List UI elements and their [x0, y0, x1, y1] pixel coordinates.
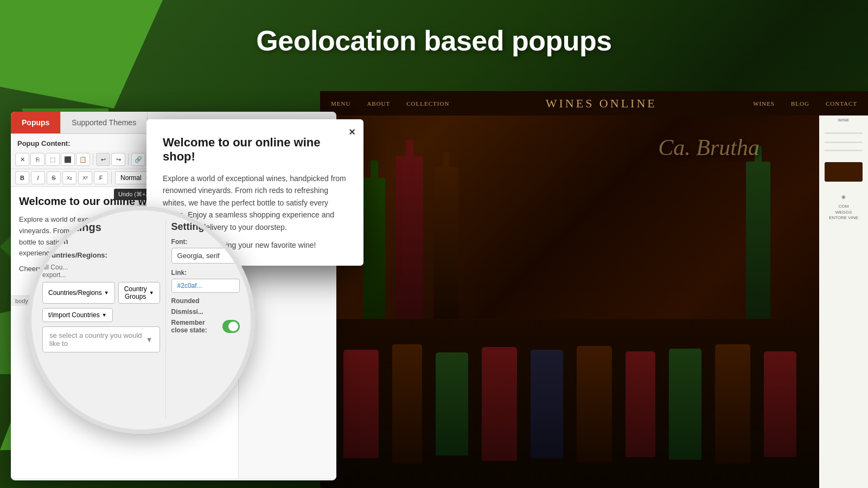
nav-collection[interactable]: COLLECTION: [406, 100, 449, 107]
sidebar-buy-btn[interactable]: [825, 162, 863, 182]
nav-about[interactable]: ABOUT: [367, 100, 390, 107]
mag-settings-title-2: Settings / S: [171, 221, 240, 233]
toolbar-italic[interactable]: I: [31, 171, 45, 184]
toolbar-copy[interactable]: ⎘: [30, 153, 44, 166]
mag-settings-title-1: on Settings: [42, 221, 160, 234]
font-label: Font:: [171, 238, 240, 246]
country-select-placeholder: se select a country you would like to: [49, 331, 146, 348]
popup-close-button[interactable]: ×: [349, 126, 355, 138]
wine-tagline: Ca. Brutha: [658, 134, 760, 160]
product-7[interactable]: [626, 351, 655, 457]
dismissi-label: Dismissi...: [171, 308, 240, 316]
rounded-section: Rounded: [171, 297, 240, 305]
wine-sidebar: ◉ TOGREEIG/NWINE ◉ COMWEGGSENTORE VINE: [819, 91, 868, 488]
dismissi-section: Dismissi...: [171, 308, 240, 316]
wine-store-background: Ca. Brutha: [320, 91, 868, 488]
bottle-3: [434, 167, 458, 319]
countries-regions-dropdown[interactable]: Countries/Regions: [42, 282, 115, 304]
product-2[interactable]: [392, 344, 422, 464]
product-4[interactable]: [482, 347, 517, 461]
mag-countries-label: Countries/Regions:: [42, 251, 160, 259]
product-8[interactable]: [669, 349, 701, 460]
sidebar-separator-2: [825, 142, 863, 143]
mag-dropdowns-row: Countries/Regions Country Groups: [42, 282, 160, 304]
toolbar-subscript[interactable]: X₂: [62, 171, 76, 184]
toolbar-link[interactable]: 🔗: [131, 153, 145, 166]
sidebar-icon-2: ◉: [841, 194, 846, 200]
mag-all-countries: all Cou...export...: [42, 264, 160, 279]
sidebar-separator-1: [825, 132, 863, 134]
toolbar-superscript[interactable]: X²: [78, 171, 92, 184]
font-value[interactable]: Georgia, serif: [171, 248, 240, 264]
sidebar-separator-3: [825, 150, 863, 151]
store-header: MENU ABOUT COLLECTION WINES ONLINE WINES…: [320, 91, 868, 115]
font-section: Font: Georgia, serif: [171, 238, 240, 264]
wine-bottles-area: Ca. Brutha: [320, 91, 868, 319]
product-3[interactable]: [436, 352, 468, 455]
store-logo: WINES ONLINE: [546, 97, 657, 111]
toolbar-paste[interactable]: ⬚: [46, 153, 60, 166]
link-label: Link:: [171, 269, 240, 277]
country-select-dropdown[interactable]: se select a country you would like to ▼: [42, 326, 160, 352]
nav-blog[interactable]: BLOG: [791, 100, 809, 107]
remember-label: Remember close state:: [171, 319, 223, 334]
product-5[interactable]: [531, 350, 563, 458]
mag-settings-panel: on Settings Region Countries/Regions: al…: [31, 210, 251, 429]
product-6[interactable]: [577, 346, 612, 463]
link-section: Link: #2c0af...: [171, 269, 240, 293]
mag-settings-top: on Settings Region Countries/Regions: al…: [31, 210, 251, 429]
toolbar-redo[interactable]: ↪: [111, 153, 125, 166]
sidebar-label-2: COMWEGGSENTORE VINE: [829, 204, 858, 221]
product-10[interactable]: [764, 351, 796, 457]
bottle-2: [396, 156, 423, 319]
toolbar-sep-2: [128, 153, 129, 165]
popup-modal-title: Welcome to our online wine shop!: [163, 136, 347, 164]
toolbar-pasteplain[interactable]: ⬛: [61, 153, 75, 166]
toolbar-sep-1: [93, 153, 93, 165]
nav-menu[interactable]: MENU: [331, 100, 350, 107]
magnifier-overlay: on Settings Region Countries/Regions: al…: [27, 206, 255, 434]
tab-supported-themes[interactable]: Supported Themes: [61, 112, 148, 133]
nav-contact[interactable]: CONTACT: [826, 100, 857, 107]
bottle-1: [363, 178, 385, 319]
page-title: Geolocation based popups: [0, 24, 868, 57]
product-9[interactable]: [715, 344, 750, 464]
import-countries-btn[interactable]: t/import Countries: [42, 308, 113, 322]
toolbar-undo[interactable]: ↩: [96, 153, 110, 166]
mag-region-label: Region: [42, 237, 160, 246]
link-value[interactable]: #2c0af...: [171, 279, 240, 293]
nav-wines[interactable]: WINES: [753, 100, 775, 107]
toolbar-pasteword[interactable]: 📋: [76, 153, 90, 166]
country-groups-dropdown[interactable]: Country Groups: [118, 282, 160, 304]
mag-settings-right: Settings / S Font: Georgia, serif Link: …: [165, 221, 240, 419]
toolbar-sep-3: [111, 172, 112, 184]
rounded-label: Rounded: [171, 297, 240, 305]
magnifier-inner: on Settings Region Countries/Regions: al…: [31, 210, 251, 429]
wine-products-row: [320, 320, 819, 488]
bottle-4: [746, 162, 770, 319]
remember-row: Remember close state:: [171, 319, 240, 334]
product-1[interactable]: [343, 350, 379, 458]
toolbar-bold[interactable]: B: [15, 171, 29, 184]
country-select-arrow: ▼: [146, 336, 153, 344]
mag-settings-left: on Settings Region Countries/Regions: al…: [42, 221, 165, 419]
toolbar-font[interactable]: F: [94, 171, 108, 184]
tab-popups[interactable]: Popups: [11, 112, 61, 133]
toolbar-cut[interactable]: ✕: [15, 153, 29, 166]
toolbar-strike[interactable]: S: [47, 171, 61, 184]
remember-toggle[interactable]: [222, 320, 240, 333]
